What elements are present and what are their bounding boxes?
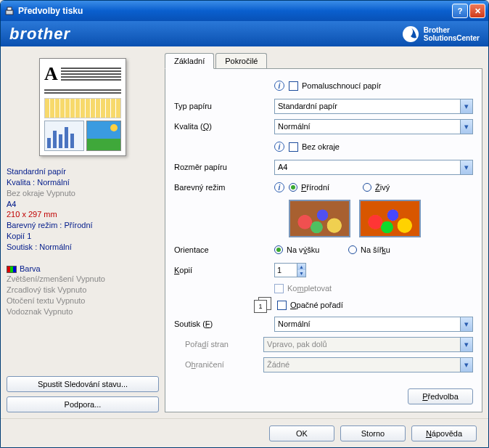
settings-summary: Standardní papír Kvalita : Normální Bez …: [7, 166, 159, 317]
summary-watermark: Vodoznak Vypnuto: [7, 306, 159, 317]
info-icon[interactable]: i: [274, 81, 284, 91]
slow-drying-paper-label: Pomaluschnoucí papír: [302, 81, 381, 90]
spinner-down-icon[interactable]: ▼: [297, 270, 305, 277]
tab-panel-basic: i Pomaluschnoucí papír Typ papíru Standa…: [165, 68, 482, 412]
default-button[interactable]: Předvolba: [408, 388, 473, 404]
orientation-portrait-label: Na výšku: [287, 245, 348, 254]
summary-size: A4: [7, 199, 159, 210]
info-icon[interactable]: i: [274, 142, 284, 152]
border-line-select: Žádné▾: [263, 357, 473, 372]
left-column: A Standardní papír Kvalita : Normální Be…: [7, 52, 159, 412]
chevron-down-icon: ▾: [460, 99, 472, 113]
summary-color-mode: Barevný režim : Přírodní: [7, 220, 159, 231]
orientation-label: Orientace: [174, 245, 274, 254]
chevron-down-icon: ▾: [460, 120, 472, 134]
borderless-label: Bez okraje: [302, 142, 340, 151]
titlebar: Předvolby tisku ? ✕: [1, 1, 488, 21]
help-titlebar-button[interactable]: ?: [452, 4, 468, 18]
app-icon: [4, 5, 15, 17]
page-preview: A: [39, 58, 126, 156]
svg-rect-1: [7, 7, 12, 10]
chevron-down-icon: ▾: [460, 358, 472, 372]
cancel-button[interactable]: Storno: [340, 425, 406, 441]
start-status-monitor-button[interactable]: Spustit Sledování stavu...: [7, 376, 159, 392]
color-mode-vivid-label: Živý: [375, 183, 390, 192]
brother-logo: brother: [9, 25, 70, 44]
copies-stepper[interactable]: ▲▼: [274, 263, 306, 277]
border-line-label: Ohraničení: [174, 360, 263, 369]
svg-point-2: [403, 26, 419, 42]
collate-label: Kompletovat: [287, 284, 332, 293]
tabs: Základní Pokročilé: [165, 52, 482, 68]
color-swatch-icon: [7, 266, 17, 273]
summary-scaling: Zvětšení/zmenšení Vypnuto: [7, 274, 159, 285]
chevron-down-icon: ▾: [460, 160, 472, 174]
borderless-checkbox[interactable]: [289, 142, 298, 152]
bottom-bar: OK Storno Nápověda: [1, 418, 488, 447]
print-preferences-window: Předvolby tisku ? ✕ brother BrotherSolut…: [0, 0, 489, 448]
summary-color-label: Barva: [7, 264, 159, 274]
multipage-select[interactable]: Normální▾: [274, 317, 473, 332]
page-order-label: Pořadí stran: [174, 340, 263, 349]
quality-select[interactable]: Normální▾: [274, 119, 473, 134]
solutions-center-link[interactable]: BrotherSolutionsCenter: [402, 25, 480, 43]
page-stack-icon: 21: [254, 297, 273, 313]
quality-label: Kvalita (Q): [174, 122, 274, 131]
copies-label: Kopií: [174, 266, 274, 274]
color-mode-label: Barevný režim: [174, 183, 274, 192]
color-mode-vivid-thumb[interactable]: [359, 200, 421, 237]
slow-drying-paper-checkbox[interactable]: [289, 81, 298, 91]
help-button[interactable]: Nápověda: [411, 425, 477, 441]
summary-mirror: Zrcadlový tisk Vypnuto: [7, 285, 159, 296]
summary-paper-type: Standardní papír: [7, 166, 159, 177]
summary-rotate: Otočení textu Vypnuto: [7, 296, 159, 306]
close-button[interactable]: ✕: [469, 4, 485, 18]
color-mode-natural-thumb[interactable]: [289, 200, 350, 237]
svg-rect-0: [6, 10, 13, 15]
reverse-order-checkbox[interactable]: [277, 301, 287, 310]
chevron-down-icon: ▾: [460, 317, 472, 331]
summary-multipage: Soutisk : Normální: [7, 242, 159, 253]
summary-dimensions: 210 x 297 mm: [7, 209, 159, 220]
info-icon[interactable]: i: [274, 182, 284, 192]
paper-type-select[interactable]: Standardní papír▾: [274, 99, 473, 114]
collate-checkbox: [274, 284, 284, 293]
summary-quality: Kvalita : Normální: [7, 177, 159, 188]
solutions-center-icon: [402, 25, 419, 43]
page-order-select: Vpravo, pak dolů▾: [263, 337, 473, 352]
color-mode-natural-label: Přírodní: [301, 183, 363, 192]
copies-input[interactable]: [275, 264, 297, 277]
paper-type-label: Typ papíru: [174, 102, 274, 110]
reverse-order-label: Opačné pořadí: [290, 301, 343, 309]
support-button[interactable]: Podpora...: [7, 396, 159, 412]
chevron-down-icon: ▾: [460, 338, 472, 351]
tab-basic[interactable]: Základní: [165, 53, 214, 69]
tab-advanced[interactable]: Pokročilé: [215, 53, 267, 69]
paper-size-select[interactable]: A4▾: [274, 160, 473, 175]
spinner-up-icon[interactable]: ▲: [297, 264, 305, 270]
orientation-portrait-radio[interactable]: [274, 245, 283, 254]
right-column: Základní Pokročilé i Pomaluschnoucí papí…: [165, 52, 482, 412]
paper-size-label: Rozměr papíru: [174, 163, 274, 171]
summary-borderless: Bez okraje Vypnuto: [7, 188, 159, 199]
color-mode-vivid-radio[interactable]: [363, 183, 371, 192]
summary-copies: Kopií 1: [7, 231, 159, 242]
multipage-label: Soutisk (F): [174, 319, 274, 328]
orientation-landscape-label: Na šířku: [361, 245, 390, 254]
ok-button[interactable]: OK: [269, 425, 334, 441]
window-title: Předvolby tisku: [18, 6, 451, 16]
color-mode-natural-radio[interactable]: [289, 183, 297, 192]
brand-bar: brother BrotherSolutionsCenter: [1, 21, 488, 46]
orientation-landscape-radio[interactable]: [348, 245, 357, 254]
